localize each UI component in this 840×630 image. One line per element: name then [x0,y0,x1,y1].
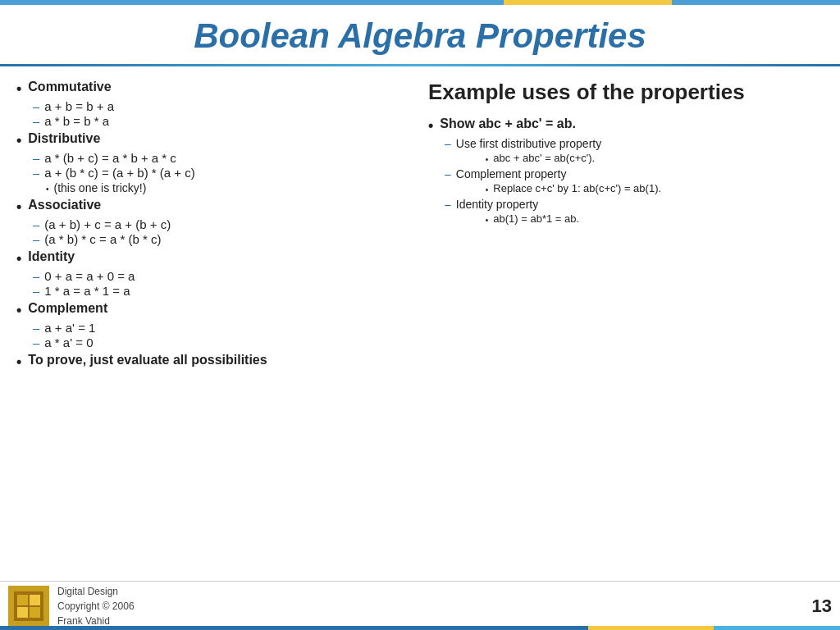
dash: – [33,232,39,246]
sub-list-item: – a + a' = 1 [33,321,412,335]
right-sub-sub-list: • ab(1) = ab*1 = ab. [456,212,579,225]
footer-logo [8,586,49,627]
item-label: Commutative [28,80,111,94]
sub-item-text: a + (b * c) = (a + b) * (a + c) [44,166,194,180]
sub-list: – a * (b + c) = a * b + a * c – a + (b *… [16,151,412,180]
sub-item-text: 0 + a = a + 0 = a [44,269,135,283]
right-sub-sub-text: ab(1) = ab*1 = ab. [493,212,579,225]
dash: – [445,137,451,150]
sub-list-item: – a * (b + c) = a * b + a * c [33,151,412,165]
list-item: • Associative – (a + b) + c = a + (b + c… [16,198,412,246]
sub-list-item: – 1 * a = a * 1 = a [33,284,412,298]
dash: – [33,284,39,298]
right-item-label: Show abc + abc' = ab. [440,116,576,131]
footer-page-number: 13 [812,596,832,617]
right-column-title: Example uses of the properties [428,80,824,105]
top-bar [0,0,840,5]
sub-list-item: – 0 + a = a + 0 = a [33,269,412,283]
list-item: • To prove, just evaluate all possibilit… [16,353,412,371]
footer-text: Digital Design Copyright © 2006 Frank Va… [57,584,135,628]
dash: – [445,167,451,180]
right-sub-sub-item: • Replace c+c' by 1: ab(c+c') = ab(1). [486,182,661,194]
sub-item-text: a + b = b + a [44,99,114,113]
sub-list: – a + a' = 1 – a * a' = 0 [16,321,412,349]
sub-item-text: a + a' = 1 [44,321,95,335]
dash: – [33,336,39,349]
sub-item-text: a * b = b * a [44,114,109,128]
sub-sub-list: • (this one is tricky!) [16,181,412,194]
right-column: Example uses of the properties • Show ab… [428,76,824,552]
dash: – [33,99,39,113]
footer-logo-cell [16,594,29,606]
small-dot: • [46,185,49,194]
sub-list-item: – a * a' = 0 [33,336,412,349]
bottom-bar [0,626,840,630]
slide-title: Boolean Algebra Properties [0,0,840,64]
sub-list-item: – a + (b * c) = (a + b) * (a + c) [33,166,412,180]
list-item: • Identity – 0 + a = a + 0 = a – 1 * a =… [16,249,412,298]
sub-list: – 0 + a = a + 0 = a – 1 * a = a * 1 = a [16,269,412,298]
bullet-dot: • [16,302,21,319]
bullet-dot: • [16,80,21,98]
dash: – [33,269,39,283]
right-sub-sub-text: Replace c+c' by 1: ab(c+c') = ab(1). [493,182,661,194]
dash: – [33,166,39,180]
item-label: Identity [28,249,75,264]
list-item: • Complement – a + a' = 1 – a * a' = 0 [16,301,412,349]
right-sub-sub-text: abc + abc' = ab(c+c'). [493,152,595,164]
right-sub-sub-item: • abc + abc' = ab(c+c'). [486,152,601,164]
right-sub-sub-list: • Replace c+c' by 1: ab(c+c') = ab(1). [456,182,661,194]
left-column: • Commutative – a + b = b + a – a * b = … [16,76,412,552]
list-item: • Distributive – a * (b + c) = a * b + a… [16,131,412,194]
right-sub-sub-item: • ab(1) = ab*1 = ab. [486,212,579,225]
right-sub-sub-list: • abc + abc' = ab(c+c'). [456,152,601,164]
right-sub-list-item: – Use first distributive property • abc … [445,137,824,166]
right-sub-list: – Use first distributive property • abc … [428,137,824,226]
sub-item-text: a * (b + c) = a * b + a * c [44,151,176,165]
dash: – [445,198,451,211]
main-list: • Commutative – a + b = b + a – a * b = … [16,80,412,371]
sub-item-text: a * a' = 0 [44,336,93,349]
footer-logo-inner [14,591,43,621]
sub-sub-item-text: (this one is tricky!) [54,181,147,194]
list-item: • Commutative – a + b = b + a – a * b = … [16,80,412,128]
dash: – [33,151,39,165]
sub-list-item: – a * b = b * a [33,114,412,128]
footer-logo-cell [29,606,41,619]
small-dot: • [486,216,489,225]
footer-line1: Digital Design [57,584,135,599]
footer-line2: Copyright © 2006 [57,599,135,614]
sub-list: – a + b = b + a – a * b = b * a [16,99,412,128]
item-label: Distributive [28,131,100,146]
sub-item-text: 1 * a = a * 1 = a [44,284,130,298]
item-label: Complement [28,301,107,316]
dash: – [33,321,39,335]
right-sub-item-text: Complement property [456,167,567,180]
bullet-dot: • [428,117,433,135]
footer-logo-cell [16,606,29,619]
item-label: To prove, just evaluate all possibilitie… [28,353,267,368]
small-dot: • [486,155,489,164]
sub-item-text: (a + b) + c = a + (b + c) [44,217,171,231]
footer-logo-cell [29,594,41,606]
sub-item-text: (a * b) * c = a * (b * c) [44,232,161,246]
sub-list: – (a + b) + c = a + (b + c) – (a * b) * … [16,217,412,246]
dash: – [33,217,39,231]
right-main-list: • Show abc + abc' = ab. – Use first dist… [428,116,824,226]
footer: Digital Design Copyright © 2006 Frank Va… [0,581,840,630]
small-dot: • [486,185,489,194]
sub-list-item: – (a + b) + c = a + (b + c) [33,217,412,231]
bullet-dot: • [16,354,21,371]
item-label: Associative [28,198,101,212]
right-sub-item-text: Identity property [456,198,538,211]
sub-list-item: – (a * b) * c = a * (b * c) [33,232,412,246]
separator [0,64,840,66]
sub-list-item: – a + b = b + a [33,99,412,113]
content-area: • Commutative – a + b = b + a – a * b = … [0,76,840,552]
bullet-dot: • [16,250,21,267]
right-list-item: • Show abc + abc' = ab. – Use first dist… [428,116,824,226]
bullet-dot: • [16,199,21,216]
bullet-dot: • [16,132,21,149]
sub-sub-list-item: • (this one is tricky!) [46,181,412,194]
dash: – [33,114,39,128]
